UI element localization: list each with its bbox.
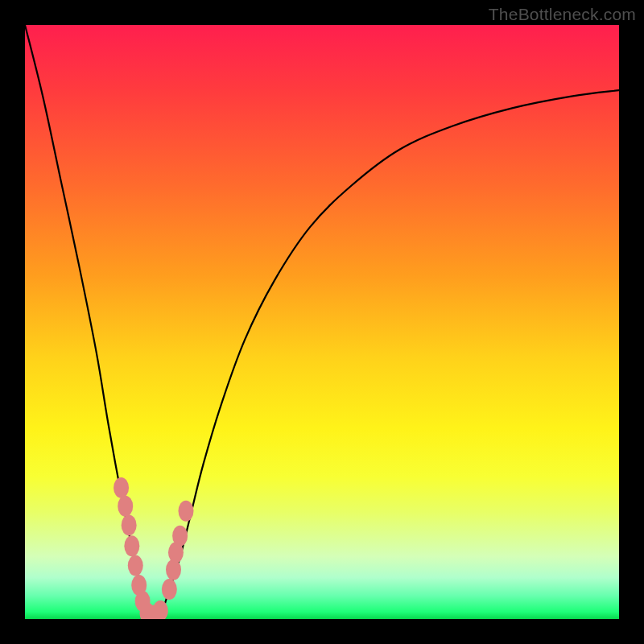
data-marker <box>153 601 168 619</box>
data-marker <box>172 526 188 547</box>
data-marker <box>168 542 184 563</box>
data-marker <box>135 591 151 612</box>
data-marker <box>131 575 147 596</box>
chart-svg <box>25 25 619 619</box>
data-marker <box>128 555 143 576</box>
data-marker <box>162 579 177 600</box>
data-marker <box>124 535 139 556</box>
curve-layer <box>25 25 619 619</box>
data-marker <box>147 605 162 619</box>
data-marker <box>140 603 155 619</box>
watermark-text: TheBottleneck.com <box>489 5 636 24</box>
data-marker <box>178 501 193 522</box>
data-marker <box>166 559 181 580</box>
markers-layer <box>114 477 193 619</box>
data-marker <box>114 477 129 498</box>
data-marker <box>118 496 133 517</box>
bottleneck-curve <box>25 25 619 619</box>
plot-area <box>25 25 619 619</box>
chart-frame: TheBottleneck.com <box>0 0 644 644</box>
data-marker <box>122 514 137 535</box>
